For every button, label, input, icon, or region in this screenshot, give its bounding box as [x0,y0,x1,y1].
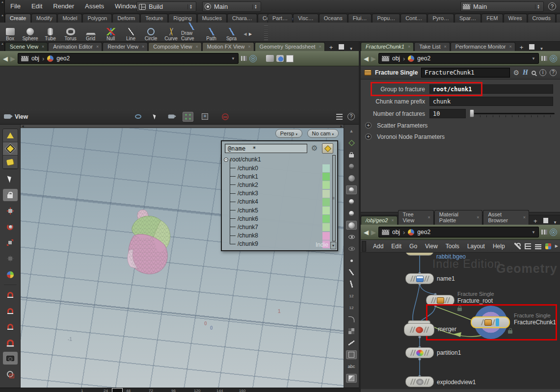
point-display-icon[interactable] [346,256,357,265]
translate-icon[interactable] [3,205,18,217]
tab-close-icon[interactable]: × [142,44,144,49]
shelf-tab[interactable]: Pyro… [427,14,454,23]
path-context[interactable]: obj [392,229,400,235]
shelf-tab[interactable]: Crowds [528,14,556,23]
node-explodedview1[interactable] [405,376,434,387]
shelf-tool[interactable]: Null [101,23,121,41]
display-options-icon[interactable] [286,55,293,62]
shelf-tab[interactable]: Flui… [348,14,372,23]
shelf-tool[interactable]: Sphere [20,23,40,41]
view-pane-icon[interactable] [4,114,11,119]
path-address[interactable]: obj › geo2 ▼ [378,53,539,64]
pane-tab[interactable]: Tree View× [398,210,434,225]
tab-close-icon[interactable]: × [195,44,198,49]
transform-axis-icon[interactable] [3,268,18,281]
node-fracture-chunk1[interactable] [471,316,510,328]
network-add-tab-button[interactable]: + [530,217,541,225]
path-node[interactable]: geo2 [417,55,430,62]
group-tree-item[interactable]: /chunk8 [224,232,331,240]
radial-menu-icon[interactable] [249,55,257,62]
shelf-tool[interactable]: Tube [40,23,60,41]
smooth-shaded-icon[interactable] [346,221,357,230]
path-context[interactable]: obj [31,55,39,62]
path-dropdown-icon[interactable]: ▼ [532,230,535,235]
network-editor[interactable]: Indie Edition Geometry rabbit.bgeo [361,253,560,389]
network-menu-button[interactable]: ▼ [550,220,560,225]
group-tree-item[interactable]: /chunk5 [224,206,331,214]
nav-back-icon[interactable]: ◀ [364,229,369,236]
group-to-fracture-field[interactable]: root/chunk1 [429,84,553,94]
fracture-count-slider[interactable] [470,109,556,118]
viewport-3d[interactable]: 0 0 1 -1 [21,125,344,392]
shelf-tab[interactable]: Polygon [82,14,112,23]
info-icon[interactable]: i [539,69,546,76]
node-fracture-chunk1-label[interactable]: FractureChunk1 [514,319,556,326]
pane-add-tab-button[interactable]: + [325,44,337,51]
current-frame-box[interactable] [112,388,123,392]
shelf-tab[interactable]: Modify [31,14,57,23]
path-context[interactable]: obj [392,55,400,62]
prim-numbers-icon[interactable]: 12 [346,303,357,312]
update-mode-icon[interactable] [346,138,357,147]
no-entry-icon[interactable] [220,112,231,122]
snap-point-magnet-icon[interactable] [3,320,18,333]
node-fracture-root[interactable] [426,295,454,306]
nav-back-icon[interactable]: ◀ [364,55,369,62]
path-address[interactable]: obj › geo2 ▼ [18,53,239,64]
pane-tab[interactable]: Material Palette× [434,210,483,225]
select-arrow-icon[interactable] [3,173,18,185]
shelf-scroll-left[interactable]: ◀ [243,32,246,36]
path-node[interactable]: geo2 [417,229,430,235]
param-label[interactable]: Group to fracture [361,86,429,93]
group-dialog-scrollbar[interactable] [332,155,336,241]
show-objects-icon[interactable] [3,156,18,169]
node-name1-label[interactable]: name1 [437,275,455,282]
node-name-field[interactable] [421,68,509,78]
menu-item[interactable]: Edit [26,0,48,13]
show-points-icon[interactable] [3,129,18,142]
network-menu-item[interactable]: Help [489,243,509,250]
shelf-set-spinner[interactable]: ▲▼ [535,4,541,9]
group-tree-item[interactable]: /chunk6 [224,214,331,223]
snap-magnet-icon[interactable] [3,336,18,349]
vector-display-icon[interactable] [346,339,357,347]
shelf-scroll-right[interactable]: ▶ [249,32,252,36]
box-display-icon[interactable] [346,350,357,359]
shelf-tab[interactable]: Texture [140,14,168,23]
group-tree-item[interactable]: /chunk2 [224,181,331,189]
shading-mode-icon[interactable] [276,55,284,62]
desktop-selector[interactable]: Build ▲▼ [136,1,196,12]
menu-item[interactable]: File [5,0,26,13]
slider-handle[interactable] [470,109,474,117]
pane-tab[interactable]: Scene View× [5,42,48,51]
menu-item[interactable]: Assets [80,0,109,13]
node-file-label[interactable]: rabbit.bgeo [436,253,466,260]
network-treeview-icon[interactable] [525,243,531,249]
pane-menu-button[interactable]: ▼ [346,47,356,51]
tab-close-icon[interactable]: × [408,44,410,49]
path-node[interactable]: geo2 [56,55,70,62]
node-fracture-root-label[interactable]: Fracture_root [457,297,493,304]
group-tree-item[interactable]: /chunk7 [224,223,331,231]
pane-tab[interactable]: Geometry Spreadsheet× [255,42,325,51]
menu-item[interactable]: Render [48,0,80,13]
select-tool-icon[interactable] [149,112,160,122]
network-expand-icon[interactable]: ▶ [555,244,558,248]
projection-pill[interactable]: Persp ▾ [275,129,302,138]
param-label[interactable]: Number of fractures [361,110,429,117]
search-icon[interactable] [532,71,536,75]
path-address[interactable]: obj › geo2 ▼ [378,227,539,237]
shelf-tab[interactable]: Wires [504,14,527,23]
viewport-scroll-strip[interactable]: ◀▶ [21,125,344,128]
pane-tab[interactable]: Animation Editor× [48,42,102,51]
tab-close-icon[interactable]: × [96,44,99,49]
desktop-spinner[interactable]: ▲▼ [187,4,194,9]
shelf-tool[interactable]: Circle [141,23,161,41]
node-name1[interactable] [405,273,434,284]
pane-tab[interactable]: Composite View× [148,42,202,51]
group-tree-item[interactable]: /chunk4 [224,198,331,206]
network-menu-item[interactable]: Add [369,243,387,250]
prim-hulls-icon[interactable] [346,315,357,324]
pane-tab[interactable]: FractureChunk1× [361,42,414,51]
shelf-tool[interactable]: Draw Curve [181,23,201,41]
